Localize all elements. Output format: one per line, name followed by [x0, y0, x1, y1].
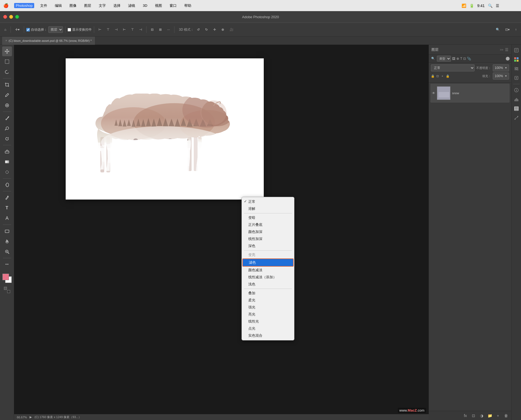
move-tool[interactable] — [2, 46, 12, 56]
distribute-v-button[interactable]: ⊞ — [157, 26, 164, 34]
blend-dissolve[interactable]: 溶解 — [242, 205, 294, 212]
panel-icon-swatches[interactable] — [513, 56, 520, 63]
blend-lighter-color[interactable]: 浅色 — [242, 281, 294, 288]
fill-value[interactable]: 100% ▼ — [493, 72, 509, 80]
share-button[interactable]: ↑ — [513, 26, 519, 34]
blend-mode-select[interactable]: 正常 — [431, 64, 475, 71]
extra-tool[interactable]: ••• — [2, 260, 12, 269]
show-transform-input[interactable] — [68, 28, 71, 31]
move-tool-button[interactable]: ✛▾ — [13, 26, 22, 34]
panel-icon-histogram[interactable] — [513, 96, 520, 103]
maximize-button[interactable] — [15, 15, 19, 19]
blend-normal[interactable]: 正常 — [242, 198, 294, 205]
blend-linear-light[interactable]: 线性光 — [242, 318, 294, 325]
blend-soft-light[interactable]: 柔光 — [242, 297, 294, 304]
blend-hard-light[interactable]: 强光 — [242, 304, 294, 311]
history-tool[interactable] — [2, 134, 12, 144]
align-bottom-button[interactable]: ⊣ — [137, 26, 144, 34]
align-left-button[interactable]: ⊢ — [96, 26, 103, 34]
menubar-layers[interactable]: 图层 — [82, 3, 93, 9]
blend-mode-dropdown[interactable]: 正常 溶解 变暗 正片叠底 颜色加深 线性加深 深色 变亮 滤色 颜色减淡 线性… — [242, 197, 294, 340]
filter-icon-img[interactable]: 🖼 — [452, 57, 455, 61]
blend-linear-dodge[interactable]: 线性减淡（添加） — [242, 274, 294, 281]
menubar-image[interactable]: 图像 — [68, 3, 78, 9]
menubar-view[interactable]: 视图 — [153, 3, 164, 9]
eraser-tool[interactable] — [2, 147, 12, 156]
align-top-button[interactable]: ⊢ — [121, 26, 128, 34]
panel-icon-paths[interactable] — [513, 114, 520, 122]
filter-icon-crop[interactable]: ⊡ — [463, 57, 466, 61]
search-button[interactable]: 🔍 — [494, 26, 502, 34]
menubar-edit[interactable]: 编辑 — [53, 3, 63, 9]
blend-lighten[interactable]: 变亮 — [242, 251, 294, 258]
align-center-v-button[interactable]: ⊤ — [129, 26, 136, 34]
home-button[interactable]: ⌂ — [2, 26, 8, 34]
menubar-help[interactable]: 帮助 — [183, 3, 193, 9]
menubar-3d[interactable]: 3D — [141, 3, 149, 8]
layer-adjustment-button[interactable]: ◑ — [479, 413, 485, 419]
gradient-tool[interactable] — [2, 157, 12, 167]
selection-tool[interactable] — [2, 57, 12, 67]
3d-mode-button-1[interactable]: ↺ — [195, 26, 202, 34]
align-right-button[interactable]: ⊣ — [113, 26, 120, 34]
apple-menu-icon[interactable]: 🍎 — [3, 3, 9, 8]
auto-select-input[interactable] — [26, 28, 30, 31]
3d-mode-button-2[interactable]: ↻ — [203, 26, 210, 34]
shape-tool[interactable] — [2, 226, 12, 236]
menubar-file[interactable]: 文件 — [39, 3, 49, 9]
crop-tool[interactable] — [2, 80, 12, 90]
foreground-color-swatch[interactable] — [2, 274, 9, 280]
dodge-tool[interactable] — [2, 180, 12, 190]
document-tab[interactable]: × (C) bison_downloadable-asset.psd @ 66.… — [2, 37, 95, 45]
text-tool[interactable]: T — [2, 203, 12, 213]
blend-multiply[interactable]: 正片叠底 — [242, 221, 294, 228]
blend-color-dodge[interactable]: 颜色减淡 — [242, 267, 294, 274]
layers-expand-icon[interactable]: >> — [500, 48, 503, 51]
brush-tool[interactable] — [2, 113, 12, 123]
layer-mask-button[interactable]: ⊡ — [471, 413, 476, 419]
opacity-value[interactable]: 100% ▼ — [493, 64, 509, 71]
distribute-h-button[interactable]: ⊟ — [149, 26, 156, 34]
filter-icon-text[interactable]: T — [460, 57, 462, 61]
minimize-button[interactable] — [9, 15, 13, 19]
panel-icon-adjustments[interactable] — [513, 65, 520, 72]
3d-mode-button-4[interactable]: ⊕ — [219, 26, 226, 34]
panel-icon-info[interactable] — [513, 86, 520, 94]
blend-overlay[interactable]: 叠加 — [242, 290, 294, 297]
layer-delete-button[interactable]: 🗑 — [503, 413, 509, 419]
auto-select-checkbox[interactable]: 自动选择： — [26, 27, 47, 32]
menubar-select[interactable]: 选择 — [112, 3, 122, 9]
blend-hard-mix[interactable]: 实色混合 — [242, 332, 294, 339]
layer-eye-icon[interactable]: 👁 — [432, 91, 435, 95]
notification-icon[interactable]: ☰ — [496, 4, 499, 8]
zoom-tool[interactable] — [2, 247, 12, 257]
blend-darker-color[interactable]: 深色 — [242, 242, 294, 250]
layer-new-button[interactable]: + — [495, 413, 501, 419]
blend-vivid-light[interactable]: 亮光 — [242, 311, 294, 318]
panel-icon-layer-comp[interactable] — [513, 46, 520, 54]
layer-type-select[interactable]: 图层 — [48, 26, 63, 33]
spotlight-icon[interactable]: 🔍 — [488, 4, 493, 8]
filter-type-select[interactable]: 类型 — [437, 56, 451, 62]
menubar-window[interactable]: 窗口 — [168, 3, 178, 9]
filter-icon-fx[interactable]: ⊕ — [456, 57, 459, 61]
blend-linear-burn[interactable]: 线性加深 — [242, 235, 294, 242]
menubar-text[interactable]: 文字 — [97, 3, 107, 9]
layers-menu-icon[interactable]: ☰ — [505, 48, 509, 52]
panel-icon-properties[interactable] — [513, 74, 520, 82]
menubar-filter[interactable]: 滤镜 — [126, 3, 137, 9]
healing-tool[interactable] — [2, 100, 12, 110]
blend-pin-light[interactable]: 点光 — [242, 325, 294, 332]
path-select-tool[interactable] — [2, 213, 12, 223]
panel-icon-layers-active[interactable] — [513, 105, 520, 112]
filter-toggle[interactable] — [506, 57, 510, 61]
tab-close-icon[interactable]: × — [5, 39, 7, 42]
blend-color-burn[interactable]: 颜色加深 — [242, 228, 294, 235]
close-button[interactable] — [3, 15, 7, 19]
more-button[interactable]: ··· — [165, 26, 172, 34]
hand-tool[interactable] — [2, 236, 12, 246]
blur-tool[interactable] — [2, 167, 12, 177]
lock-icon-3[interactable]: 🔒 — [446, 74, 450, 78]
align-center-h-button[interactable]: ⊤ — [104, 26, 112, 34]
blend-screen[interactable]: 滤色 — [242, 258, 294, 267]
